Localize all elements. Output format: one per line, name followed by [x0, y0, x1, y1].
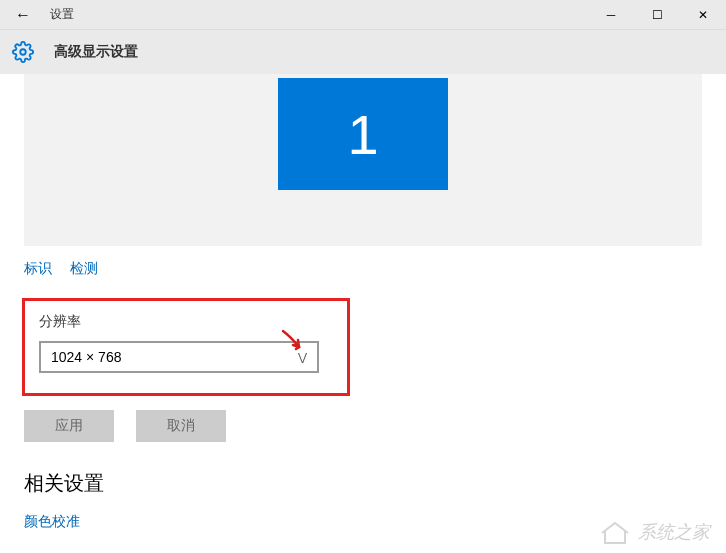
gear-icon [12, 41, 34, 63]
svg-point-0 [20, 49, 26, 55]
minimize-button[interactable]: ─ [588, 0, 634, 30]
resolution-highlight-box: 分辨率 1024 × 768 ⋁ [22, 298, 350, 396]
link-row: 标识 检测 [24, 260, 702, 278]
monitor-preview: 1 [24, 74, 702, 246]
resolution-dropdown[interactable]: 1024 × 768 ⋁ [39, 341, 319, 373]
header-bar: 高级显示设置 [0, 30, 726, 74]
resolution-value: 1024 × 768 [51, 349, 121, 365]
back-arrow-icon: ← [15, 6, 31, 24]
close-button[interactable]: ✕ [680, 0, 726, 30]
chevron-down-icon: ⋁ [298, 351, 307, 364]
related-settings-heading: 相关设置 [24, 470, 702, 497]
apply-button[interactable]: 应用 [24, 410, 114, 442]
back-button[interactable]: ← [0, 0, 46, 30]
maximize-button[interactable]: ☐ [634, 0, 680, 30]
button-row: 应用 取消 [24, 410, 702, 442]
titlebar: ← 设置 ─ ☐ ✕ [0, 0, 726, 30]
minimize-icon: ─ [607, 8, 616, 22]
close-icon: ✕ [698, 8, 708, 22]
page-title: 高级显示设置 [54, 43, 138, 61]
detect-link[interactable]: 检测 [70, 260, 98, 278]
watermark: 系统之家 [598, 519, 710, 545]
house-icon [598, 519, 632, 545]
window-controls: ─ ☐ ✕ [588, 0, 726, 30]
monitor-tile-1[interactable]: 1 [278, 78, 448, 190]
watermark-text: 系统之家 [638, 520, 710, 544]
identify-link[interactable]: 标识 [24, 260, 52, 278]
cancel-button[interactable]: 取消 [136, 410, 226, 442]
content-area: 1 标识 检测 分辨率 1024 × 768 ⋁ 应用 取消 相关设置 颜色校准 [0, 74, 726, 531]
maximize-icon: ☐ [652, 8, 663, 22]
window-title: 设置 [50, 6, 74, 23]
monitor-number: 1 [347, 102, 378, 167]
resolution-label: 分辨率 [39, 313, 333, 331]
